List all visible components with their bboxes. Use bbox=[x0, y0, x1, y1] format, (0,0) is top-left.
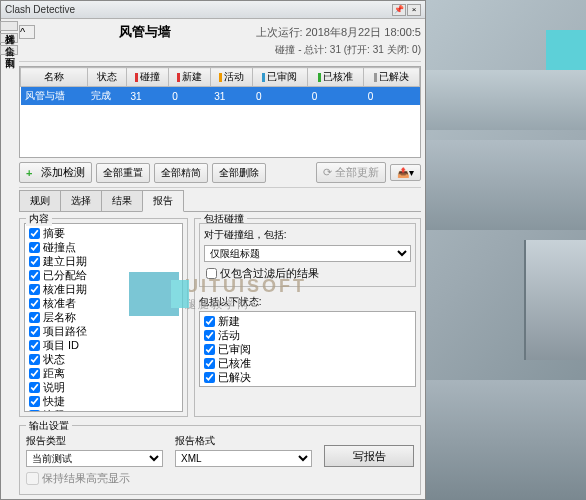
content-item[interactable]: 核准日期 bbox=[27, 282, 180, 296]
export-button[interactable]: 📤▾ bbox=[390, 164, 421, 181]
tab-report[interactable]: 报告 bbox=[142, 190, 184, 212]
output-settings: 输出设置 报告类型 当前测试 报告格式 XML 写报告 保持结果高亮显示 bbox=[19, 425, 421, 495]
content-checklist[interactable]: 摘要碰撞点建立日期已分配给核准日期核准者层名称项目路径项目 ID状态距离说明快捷… bbox=[24, 223, 183, 412]
delete-all-button[interactable]: 全部删除 bbox=[212, 163, 266, 183]
tests-table: 名称状态碰撞新建活动已审阅已核准已解决 风管与墙完成31 0310 00 bbox=[19, 66, 421, 158]
content-item[interactable]: 已分配给 bbox=[27, 268, 180, 282]
column-header[interactable]: 活动 bbox=[210, 68, 252, 87]
state-item[interactable]: 活动 bbox=[202, 328, 413, 342]
side-tabs: 选择树 集合 剖面页 bbox=[0, 21, 16, 57]
content-item[interactable]: 距离 bbox=[27, 366, 180, 380]
state-item[interactable]: 已审阅 bbox=[202, 342, 413, 356]
report-format-select[interactable]: XML bbox=[175, 450, 312, 467]
state-item[interactable]: 已核准 bbox=[202, 356, 413, 370]
column-header[interactable]: 状态 bbox=[87, 68, 126, 87]
test-name: 风管与墙 bbox=[119, 23, 171, 41]
tab-strip: 规则 选择 结果 报告 bbox=[19, 190, 421, 212]
include-fieldset: 包括碰撞 对于碰撞组，包括: 仅限组标题 仅包含过滤后的结果 包括以下状态: 新… bbox=[194, 218, 421, 417]
group-include-select[interactable]: 仅限组标题 bbox=[204, 245, 411, 262]
content-item[interactable]: 碰撞点 bbox=[27, 240, 180, 254]
content-item[interactable]: 层名称 bbox=[27, 310, 180, 324]
content-item[interactable]: 核准者 bbox=[27, 296, 180, 310]
condense-all-button[interactable]: 全部精简 bbox=[154, 163, 208, 183]
group-include-section: 对于碰撞组，包括: 仅限组标题 仅包含过滤后的结果 bbox=[199, 223, 416, 287]
expand-button[interactable]: ^ bbox=[19, 25, 35, 39]
add-test-button[interactable]: +添加检测 bbox=[19, 162, 92, 183]
only-filtered-checkbox[interactable] bbox=[206, 268, 217, 279]
side-tab-selection-tree[interactable]: 选择树 bbox=[0, 21, 18, 31]
clash-detective-panel: Clash Detective 📌 × 选择树 集合 剖面页 ^ 风管与墙 上次… bbox=[0, 0, 426, 500]
state-item[interactable]: 新建 bbox=[202, 314, 413, 328]
column-header[interactable]: 已审阅 bbox=[252, 68, 308, 87]
last-run-info: 上次运行: 2018年8月22日 18:00:5 bbox=[256, 25, 421, 40]
report-type-select[interactable]: 当前测试 bbox=[26, 450, 163, 467]
clash-stats: 碰撞 - 总计: 31 (打开: 31 关闭: 0) bbox=[19, 43, 421, 57]
keep-highlight-checkbox bbox=[26, 472, 39, 485]
close-button[interactable]: × bbox=[407, 4, 421, 16]
column-header[interactable]: 已核准 bbox=[308, 68, 364, 87]
report-type-label: 报告类型 bbox=[26, 434, 163, 448]
reset-all-button[interactable]: 全部重置 bbox=[96, 163, 150, 183]
toolbar: +添加检测 全部重置 全部精简 全部删除 ⟳全部更新 📤▾ bbox=[19, 158, 421, 188]
content-item[interactable]: 快捷 bbox=[27, 394, 180, 408]
content-fieldset: 内容 摘要碰撞点建立日期已分配给核准日期核准者层名称项目路径项目 ID状态距离说… bbox=[19, 218, 188, 417]
content-item[interactable]: 状态 bbox=[27, 352, 180, 366]
content-item[interactable]: 注释 bbox=[27, 408, 180, 412]
tab-results[interactable]: 结果 bbox=[101, 190, 143, 211]
viewport-3d[interactable] bbox=[426, 0, 586, 500]
content-item[interactable]: 项目路径 bbox=[27, 324, 180, 338]
content-item[interactable]: 说明 bbox=[27, 380, 180, 394]
column-header[interactable]: 碰撞 bbox=[127, 68, 169, 87]
side-tab-section[interactable]: 剖面页 bbox=[0, 45, 18, 55]
update-all-button[interactable]: ⟳全部更新 bbox=[316, 162, 386, 183]
tab-select[interactable]: 选择 bbox=[60, 190, 102, 211]
state-item[interactable]: 已解决 bbox=[202, 370, 413, 384]
write-report-button[interactable]: 写报告 bbox=[324, 445, 414, 467]
tab-rules[interactable]: 规则 bbox=[19, 190, 61, 211]
test-header: ^ 风管与墙 上次运行: 2018年8月22日 18:00:5 碰撞 - 总计:… bbox=[19, 19, 421, 62]
content-item[interactable]: 建立日期 bbox=[27, 254, 180, 268]
column-header[interactable]: 名称 bbox=[21, 68, 88, 87]
content-item[interactable]: 摘要 bbox=[27, 226, 180, 240]
window-title: Clash Detective bbox=[5, 4, 391, 15]
content-item[interactable]: 项目 ID bbox=[27, 338, 180, 352]
column-header[interactable]: 已解决 bbox=[364, 68, 420, 87]
column-header[interactable]: 新建 bbox=[168, 68, 210, 87]
pin-button[interactable]: 📌 bbox=[392, 4, 406, 16]
table-row[interactable]: 风管与墙完成31 0310 00 bbox=[21, 87, 420, 106]
side-tab-sets[interactable]: 集合 bbox=[0, 33, 18, 43]
report-format-label: 报告格式 bbox=[175, 434, 312, 448]
state-checklist[interactable]: 新建活动已审阅已核准已解决 bbox=[199, 311, 416, 387]
title-bar: Clash Detective 📌 × bbox=[1, 1, 425, 19]
